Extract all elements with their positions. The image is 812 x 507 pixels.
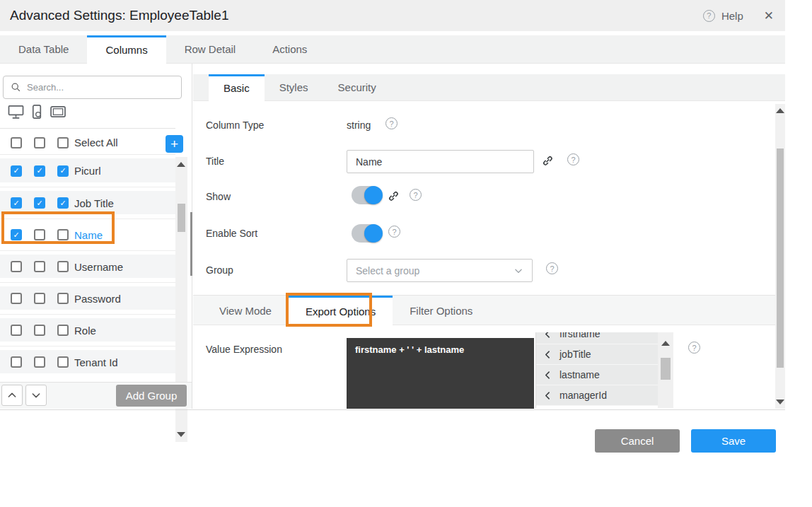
move-up-button[interactable] <box>1 385 23 406</box>
group-select-placeholder: Select a group <box>356 265 514 276</box>
scroll-down-arrow-icon[interactable] <box>776 400 784 404</box>
panel-scrollbar[interactable] <box>775 104 785 409</box>
save-button[interactable]: Save <box>691 429 776 453</box>
unchecked-checkbox[interactable] <box>57 229 69 240</box>
field-item-label: managerId <box>559 390 607 401</box>
tab-data-table[interactable]: Data Table <box>0 35 87 63</box>
checked-checkbox[interactable] <box>34 197 45 209</box>
panel-tab-security[interactable]: Security <box>323 74 391 100</box>
unchecked-checkbox[interactable] <box>57 293 69 304</box>
field-item-lastname[interactable]: lastname <box>536 365 658 385</box>
unchecked-checkbox[interactable] <box>57 261 69 272</box>
tab-columns[interactable]: Columns <box>87 35 166 64</box>
help-button[interactable]: Help <box>721 10 743 22</box>
scroll-down-arrow-icon[interactable] <box>177 432 185 437</box>
checked-checkbox[interactable] <box>57 165 69 177</box>
unchecked-checkbox[interactable] <box>57 325 69 336</box>
value-expression-help-icon[interactable] <box>688 342 700 354</box>
column-row-role[interactable]: Role <box>0 314 175 346</box>
scroll-up-arrow-icon[interactable] <box>776 108 784 113</box>
unchecked-checkbox[interactable] <box>34 356 45 368</box>
show-help-icon[interactable] <box>410 189 422 201</box>
column-row-tenant-id[interactable]: Tenant Id <box>0 346 175 378</box>
value-expression-label: Value Expression <box>206 344 282 355</box>
column-row-name[interactable]: Name <box>0 218 175 250</box>
link-icon[interactable] <box>540 153 555 168</box>
title-input[interactable] <box>347 150 534 173</box>
desktop-icon[interactable] <box>8 105 24 120</box>
unchecked-checkbox[interactable] <box>11 137 22 148</box>
subtab-export-options[interactable]: Export Options <box>289 296 393 325</box>
value-expression-editor[interactable]: firstname + ' ' + lastname <box>347 338 534 409</box>
group-select[interactable]: Select a group <box>347 259 533 282</box>
column-row-picurl[interactable]: Picurl <box>0 155 175 187</box>
unchecked-checkbox[interactable] <box>57 356 69 368</box>
column-label: Role <box>74 325 96 337</box>
column-row-password[interactable]: Password <box>0 282 175 314</box>
unchecked-checkbox[interactable] <box>34 261 45 272</box>
field-item-firstname[interactable]: firstname <box>536 332 658 344</box>
panel-tab-basic[interactable]: Basic <box>209 74 265 101</box>
enable-sort-toggle[interactable] <box>352 224 382 243</box>
show-toggle[interactable] <box>352 186 382 204</box>
tab-row-detail[interactable]: Row Detail <box>166 35 255 63</box>
move-down-button[interactable] <box>25 385 47 406</box>
enable-sort-help-icon[interactable] <box>388 226 400 238</box>
dialog-bottom-border <box>0 409 785 410</box>
tablet-icon[interactable] <box>50 105 66 119</box>
title-help-icon[interactable] <box>567 153 579 165</box>
add-group-button[interactable]: Add Group <box>116 385 187 407</box>
scrollbar-thumb[interactable] <box>178 204 185 232</box>
unchecked-checkbox[interactable] <box>34 293 45 304</box>
panel-tab-styles[interactable]: Styles <box>265 74 323 100</box>
subtab-filter-options[interactable]: Filter Options <box>393 296 489 325</box>
panel-scrollbar-thumb[interactable] <box>190 212 192 276</box>
title-label: Title <box>206 156 224 167</box>
add-column-button[interactable]: + <box>166 135 183 153</box>
column-row-username[interactable]: Username <box>0 250 175 282</box>
unchecked-checkbox[interactable] <box>57 137 69 148</box>
field-item-label: jobTitle <box>559 349 591 360</box>
column-list: PicurlJob TitleNameUsernamePasswordRoleT… <box>0 154 175 378</box>
close-icon[interactable]: ✕ <box>764 8 774 23</box>
field-item-jobtitle[interactable]: jobTitle <box>536 344 658 365</box>
help-icon[interactable] <box>703 10 715 22</box>
column-label: Job Title <box>74 197 114 209</box>
cancel-button[interactable]: Cancel <box>595 429 680 453</box>
search-box[interactable] <box>3 76 182 99</box>
scrollbar-thumb[interactable] <box>777 148 784 368</box>
tab-actions[interactable]: Actions <box>254 35 325 63</box>
scroll-up-arrow-icon[interactable] <box>177 162 185 167</box>
field-item-managerid[interactable]: managerId <box>536 385 658 406</box>
unchecked-checkbox[interactable] <box>34 137 45 148</box>
mobile-icon[interactable] <box>32 105 42 120</box>
search-icon <box>11 82 21 93</box>
subtab-view-mode[interactable]: View Mode <box>202 296 289 325</box>
unchecked-checkbox[interactable] <box>11 356 22 368</box>
checked-checkbox[interactable] <box>34 165 45 177</box>
search-input[interactable] <box>27 82 154 93</box>
checked-checkbox[interactable] <box>11 165 22 177</box>
checked-checkbox[interactable] <box>11 197 22 209</box>
toggle-knob <box>364 224 383 243</box>
unchecked-checkbox[interactable] <box>34 229 45 240</box>
column-row-job-title[interactable]: Job Title <box>0 187 175 218</box>
link-icon[interactable] <box>385 188 401 204</box>
unchecked-checkbox[interactable] <box>11 261 22 272</box>
unchecked-checkbox[interactable] <box>11 325 22 336</box>
device-toggle-group <box>8 105 66 120</box>
checked-checkbox[interactable] <box>57 197 69 209</box>
column-type-help-icon[interactable] <box>385 117 398 129</box>
chevron-left-icon <box>543 391 552 400</box>
scroll-up-arrow-icon[interactable] <box>661 341 670 346</box>
unchecked-checkbox[interactable] <box>11 293 22 304</box>
group-help-icon[interactable] <box>546 262 558 274</box>
unchecked-checkbox[interactable] <box>34 325 45 336</box>
select-all-row: Select All <box>0 131 175 154</box>
column-label: Username <box>74 261 123 273</box>
field-list-rows: firstnamejobTitlelastnamemanagerId <box>536 332 658 406</box>
checked-checkbox[interactable] <box>11 229 22 240</box>
chevron-down-icon <box>514 266 523 276</box>
scrollbar-thumb[interactable] <box>661 358 671 380</box>
field-list-scrollbar[interactable] <box>658 332 673 408</box>
